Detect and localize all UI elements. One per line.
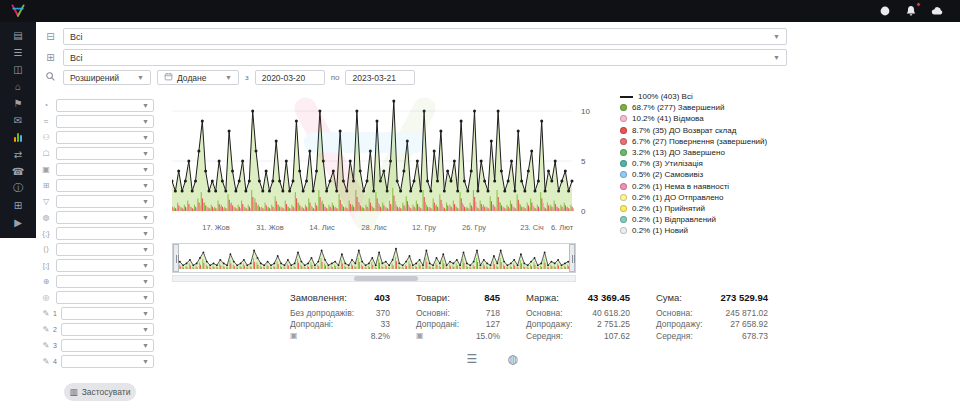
sidebar-item-mail[interactable]: ✉ xyxy=(5,112,31,128)
sidebar-item-tags[interactable]: ⚑ xyxy=(5,95,31,111)
table-view-icon[interactable]: ☰ xyxy=(466,352,477,366)
statuses-select[interactable]: Всі ▼ xyxy=(63,28,787,45)
apply-button[interactable]: ▥Застосувати xyxy=(64,383,136,401)
legend-item[interactable]: 10.2% (41) Відмова xyxy=(620,113,767,124)
search-icon[interactable] xyxy=(44,71,57,84)
theme-toggle-icon[interactable] xyxy=(878,4,892,18)
legend-label: 0.2% (1) Прийнятий xyxy=(632,204,705,213)
box-icon: ⊞ xyxy=(40,181,52,190)
filter-panel-row: ⟨⟩▼ xyxy=(40,243,154,256)
legend-item[interactable]: 0.2% (1) Новий xyxy=(620,225,767,236)
filter-select-1[interactable]: ▼ xyxy=(56,99,154,112)
legend-item[interactable]: 0.2% (1) ДО Отправлено xyxy=(620,192,767,203)
stat-row-label: Основна: xyxy=(526,308,563,318)
legend-item[interactable]: 0.2% (1) Нема в наявності xyxy=(620,181,767,192)
main-chart[interactable]: 051017. Жов31. Жов14. Лис28. Лис12. Гру2… xyxy=(172,89,612,237)
sources-select[interactable]: Всі ▼ xyxy=(63,49,787,66)
map-view-icon[interactable]: ◍ xyxy=(507,352,517,366)
bar xyxy=(14,137,16,142)
custom-filter-select-1[interactable]: ▼ xyxy=(61,307,154,320)
legend-swatch-icon xyxy=(620,194,627,201)
filter-select-2[interactable]: ▼ xyxy=(56,115,154,128)
svg-text:0: 0 xyxy=(581,207,586,216)
legend-item[interactable]: 0.2% (1) Прийнятий xyxy=(620,203,767,214)
stat-row: Основна:40 618.20 xyxy=(526,307,630,319)
date-from-input[interactable]: 2020-03-20 xyxy=(255,70,325,85)
filter-select-7[interactable]: ▼ xyxy=(56,195,154,208)
filter-select-12[interactable]: ▼ xyxy=(56,275,154,288)
custom-filter-row: ✎2▼ xyxy=(40,323,154,336)
filter-select-6[interactable]: ▼ xyxy=(56,179,154,192)
customers-icon: ◫ xyxy=(13,64,22,75)
sidebar-item-customers[interactable]: ◫ xyxy=(5,61,31,77)
cloud-icon[interactable] xyxy=(930,4,944,18)
legend-item[interactable]: 0.7% (3) Утилізація xyxy=(620,158,767,169)
sidebar-item-dashboard[interactable]: ▤ xyxy=(5,27,31,43)
legend-swatch-icon xyxy=(620,160,627,167)
mode-select[interactable]: Розширений ▼ xyxy=(63,70,151,85)
legend-item[interactable]: 3.2% (13) ДО Завершено xyxy=(620,147,767,158)
legend-item[interactable]: 0.2% (1) Відправлений xyxy=(620,214,767,225)
legend-item[interactable]: 8.7% (35) ДО Возврат склад xyxy=(620,125,767,136)
filter-select-8[interactable]: ▼ xyxy=(56,211,154,224)
sidebar-item-products[interactable]: ⊞ xyxy=(5,197,31,213)
filter-panel-row: {;}▼ xyxy=(40,227,154,240)
filter-row-1: ⊟ Всі ▼ xyxy=(44,28,950,45)
bell-icon[interactable] xyxy=(904,4,918,18)
sidebar-item-video[interactable]: ▶ xyxy=(5,214,31,230)
sidebar-item-home[interactable]: ⌂ xyxy=(5,78,31,94)
apply-button-label: Застосувати xyxy=(82,387,131,397)
sidebar-item-calls[interactable]: ☎ xyxy=(5,163,31,179)
filter-select-5[interactable]: ▼ xyxy=(56,163,154,176)
filter-panel-row: [;]▼ xyxy=(40,259,154,272)
legend-label: 3.2% (13) ДО Завершено xyxy=(632,148,725,157)
date-field-select[interactable]: Додане ▼ xyxy=(157,70,239,85)
legend-item[interactable]: 100% (403) Всі xyxy=(620,91,767,102)
filter-select-10[interactable]: ▼ xyxy=(56,243,154,256)
date-field-value: Додане xyxy=(177,73,207,83)
brush-handle-left[interactable] xyxy=(173,244,179,272)
custom-filter-select-3[interactable]: ▼ xyxy=(61,339,154,352)
filter-select-11[interactable]: ▼ xyxy=(56,259,154,272)
legend-item[interactable]: 0.5% (2) Самовивіз xyxy=(620,169,767,180)
stat-title: Сума: xyxy=(656,292,682,303)
filter-select-4[interactable]: ▼ xyxy=(56,147,154,160)
filter-select-13[interactable]: ▼ xyxy=(56,291,154,304)
chart-icon xyxy=(14,133,22,142)
filter-panel-row: ≈▼ xyxy=(40,115,154,128)
stat-row-value: 127 xyxy=(486,319,500,329)
app-logo-icon[interactable] xyxy=(0,0,36,22)
scrollbar-thumb[interactable] xyxy=(354,276,418,281)
stat-total-value: 403 xyxy=(374,292,390,303)
filter-icon: ⊞ xyxy=(44,52,57,63)
brush-handle-right[interactable] xyxy=(569,244,575,272)
stat-label-text: Основна: xyxy=(526,308,563,318)
legend-item[interactable]: 6.7% (27) Повернення (завершений) xyxy=(620,136,767,147)
stat-label-text: Середня: xyxy=(656,331,693,341)
stat-row: Середня:107.62 xyxy=(526,330,630,342)
filter-select-3[interactable]: ▼ xyxy=(56,131,154,144)
sidebar-item-orders[interactable]: ☰ xyxy=(5,44,31,60)
custom-filter-select-2[interactable]: ▼ xyxy=(61,323,154,336)
stat-row-value: 2 751.25 xyxy=(597,319,630,329)
main-area: ⊟ Всі ▼ ⊞ Всі ▼ xyxy=(36,22,960,416)
date-to-input[interactable]: 2023-03-21 xyxy=(345,70,415,85)
dashboard-icon: ▤ xyxy=(13,30,22,41)
chart-navigator[interactable] xyxy=(172,243,576,273)
sidebar-item-analytics[interactable] xyxy=(5,129,31,145)
filter-select-9[interactable]: ▼ xyxy=(56,227,154,240)
custom-filter-number: 1 xyxy=(53,310,57,317)
stat-column: Маржа:43 369.45Основна:40 618.20Допродаж… xyxy=(526,292,630,342)
date-from-value: 2020-03-20 xyxy=(262,73,305,83)
chevron-down-icon: ▼ xyxy=(142,134,149,141)
sidebar-item-integrations[interactable]: ⇄ xyxy=(5,146,31,162)
custom-filter-select-4[interactable]: ▼ xyxy=(61,355,154,368)
svg-text:28. Лис: 28. Лис xyxy=(361,223,387,232)
filter-panel-row: ▽▼ xyxy=(40,195,154,208)
sidebar-item-info[interactable]: ⓘ xyxy=(5,180,31,196)
stat-row: Допродажу:2 751.25 xyxy=(526,319,630,331)
chevron-down-icon: ▼ xyxy=(137,74,144,81)
filter-row-3: Розширений ▼ Додане ▼ з 2020-03-20 п xyxy=(44,70,950,85)
chart-scrollbar[interactable] xyxy=(172,275,576,282)
legend-item[interactable]: 68.7% (277) Завершений xyxy=(620,102,767,113)
